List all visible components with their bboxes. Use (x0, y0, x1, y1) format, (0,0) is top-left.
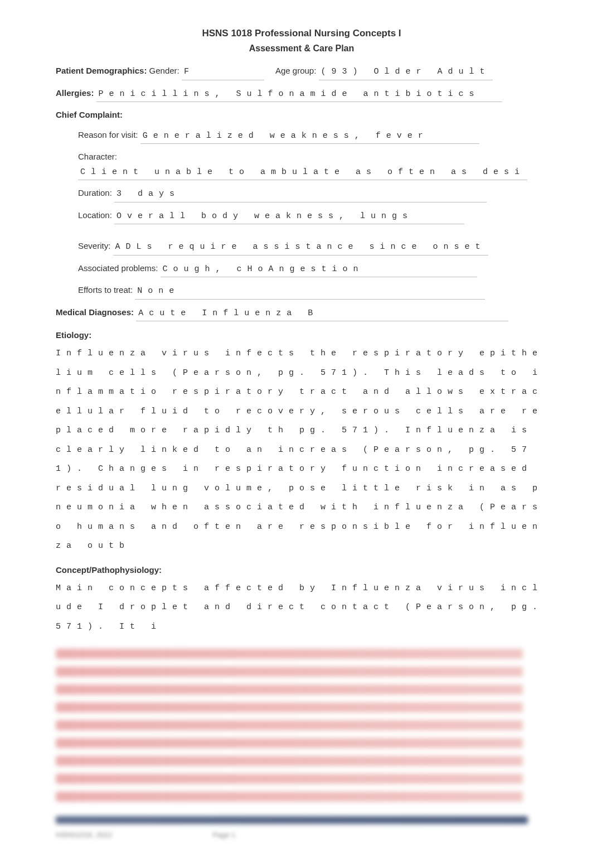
duration-label: Duration: (78, 188, 112, 197)
etiology-label: Etiology (56, 330, 89, 340)
document-page: HSNS 1018 Professional Nursing Concepts … (0, 0, 592, 861)
redacted-line (56, 720, 523, 730)
redacted-line (56, 738, 523, 748)
concept-label: Concept/Pathophysiology (56, 565, 159, 575)
diagnoses-row: Medical Diagnoses: Acute Influenza B (56, 305, 547, 322)
concept-section: Concept/Pathophysiology: Main concepts a… (56, 565, 547, 637)
redacted-line (56, 667, 523, 677)
allergies-value: Penicillins, Sulfonamide antibiotics (96, 87, 502, 103)
character-label: Character: (78, 152, 117, 161)
assoc-row: Associated problems: Cough, cHoAngestion (78, 261, 547, 278)
severity-row: Severity: ADLs require assistance since … (78, 239, 547, 255)
efforts-row: Efforts to treat: None (78, 283, 547, 300)
reason-row: Reason for visit: Generalized weakness, … (78, 128, 547, 144)
redacted-line (56, 756, 523, 766)
diagnoses-label: Medical Diagnoses (56, 307, 131, 317)
footer: HSNS1018, 2022 Page 1 (56, 831, 547, 839)
document-subtitle: Assessment & Care Plan (56, 44, 547, 54)
reason-value: Generalized weakness, fever (140, 129, 479, 144)
character-value: Client unable to ambulate as often as de… (78, 165, 527, 181)
age-label: Age group: (275, 66, 316, 75)
gender-value: F (182, 65, 264, 80)
duration-value: 3 days (114, 187, 487, 202)
redacted-line (56, 684, 523, 695)
age-value: (93) Older Adult (319, 65, 493, 80)
character-row: Character: Client unable to ambulate as … (78, 150, 547, 180)
redacted-block: HSNS1018, 2022 Page 1 (56, 640, 547, 839)
severity-value: ADLs require assistance since onset (113, 240, 488, 255)
redacted-line (56, 702, 523, 712)
redacted-rule (56, 816, 528, 824)
allergies-label: Allergies: (56, 88, 96, 98)
location-value: Overall body weakness, lungs (114, 209, 464, 225)
concept-text: Main concepts affected by Influenza viru… (56, 579, 547, 637)
document-title: HSNS 1018 Professional Nursing Concepts … (56, 28, 547, 39)
footer-right: Page 1 (212, 831, 235, 839)
chief-complaint-block: Reason for visit: Generalized weakness, … (56, 128, 547, 300)
location-label: Location: (78, 210, 112, 220)
duration-row: Duration: 3 days (78, 186, 547, 202)
assoc-label: Associated problems: (78, 263, 158, 273)
assoc-value: Cough, cHoAngestion (161, 262, 477, 278)
redacted-line (56, 649, 523, 659)
allergies-row: Allergies: Penicillins, Sulfonamide anti… (56, 86, 547, 103)
diagnoses-value: Acute Influenza B (136, 306, 508, 322)
location-row: Location: Overall body weakness, lungs (78, 208, 547, 225)
redacted-line (56, 792, 523, 802)
severity-label: Severity: (78, 241, 110, 250)
gender-label: Gender: (149, 66, 179, 75)
chief-complaint-heading: Chief Complaint: (56, 108, 547, 122)
etiology-text: Influenza virus infects the respiratory … (56, 344, 547, 556)
efforts-label: Efforts to treat: (78, 285, 133, 295)
demographics-label: Patient Demographics: (56, 66, 149, 75)
footer-left: HSNS1018, 2022 (56, 831, 112, 839)
efforts-value: None (135, 284, 485, 300)
etiology-section: Etiology: Influenza virus infects the re… (56, 330, 547, 556)
demographics-row: Patient Demographics: Gender: F Age grou… (56, 64, 547, 80)
redacted-line (56, 774, 523, 784)
reason-label: Reason for visit: (78, 130, 138, 139)
